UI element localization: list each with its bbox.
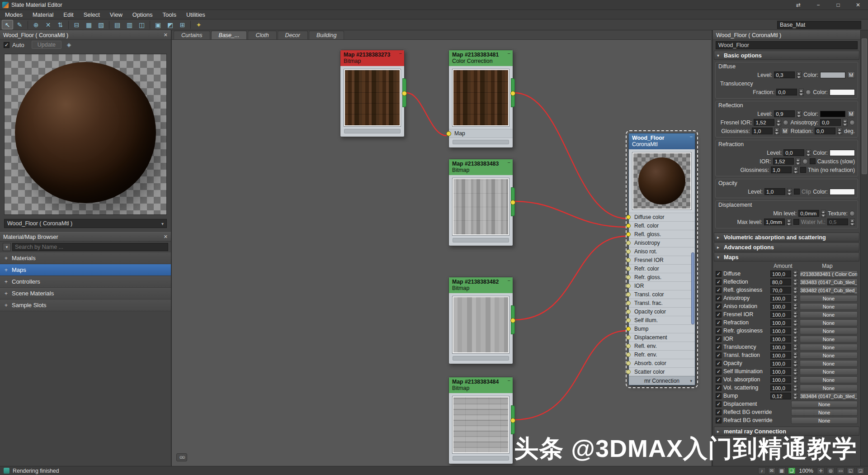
delete-selected-icon[interactable]: ✕ bbox=[42, 20, 54, 29]
map-node-n2[interactable]: Map #2138383481Color Correction−Map bbox=[448, 50, 513, 148]
checkbox[interactable]: ✓ bbox=[716, 377, 722, 383]
browser-item-maps[interactable]: +Maps bbox=[0, 264, 171, 276]
minimize-button[interactable]: − bbox=[808, 0, 828, 10]
checkbox[interactable]: ✓ bbox=[716, 279, 722, 285]
spinner-down-icon[interactable] bbox=[793, 298, 798, 302]
layout-children-icon[interactable]: ▥ bbox=[124, 20, 135, 29]
amount-field[interactable]: 100,0 bbox=[770, 311, 791, 318]
spinner-down-icon[interactable] bbox=[774, 131, 779, 135]
zoom-extents-icon[interactable]: ◱ bbox=[847, 467, 854, 474]
input-socket[interactable] bbox=[626, 266, 631, 271]
rollout-volumetric-absorption-and-scattering[interactable]: ▸Volumetric absorption and scattering bbox=[714, 233, 859, 242]
tab-cloth[interactable]: Cloth bbox=[248, 31, 276, 39]
slot-refr-env[interactable]: Refr. env. bbox=[629, 350, 695, 359]
spinner[interactable] bbox=[797, 110, 802, 118]
put-material-to-scene-icon[interactable]: ⊕ bbox=[30, 20, 42, 29]
color-swatch[interactable] bbox=[830, 89, 855, 95]
checkbox[interactable]: ✓ bbox=[716, 304, 722, 309]
spinner-down-icon[interactable] bbox=[821, 214, 826, 217]
select-tool-icon[interactable]: ↖ bbox=[2, 20, 13, 29]
spinner-down-icon[interactable] bbox=[793, 290, 798, 294]
checkbox[interactable] bbox=[794, 189, 800, 195]
spinner-down-icon[interactable] bbox=[793, 347, 798, 351]
value-field[interactable]: 0,0 bbox=[815, 128, 835, 134]
minimize-icon[interactable]: − bbox=[399, 51, 402, 56]
spinner[interactable] bbox=[774, 128, 779, 135]
spinner-down-icon[interactable] bbox=[793, 339, 798, 342]
spinner[interactable] bbox=[793, 384, 798, 391]
input-socket[interactable] bbox=[626, 344, 631, 348]
spinner[interactable] bbox=[793, 352, 798, 359]
spinner-up-icon[interactable] bbox=[787, 188, 792, 192]
slot-self-illum[interactable]: Self illum. bbox=[629, 316, 695, 324]
amount-field[interactable]: 100,0 bbox=[770, 376, 791, 383]
hide-unused-nodeslots-icon[interactable]: ⊟ bbox=[71, 20, 82, 29]
spinner[interactable] bbox=[787, 218, 792, 226]
map-button[interactable]: None bbox=[800, 336, 858, 342]
map-node-n4[interactable]: Map #2138383482Bitmap− bbox=[448, 277, 513, 364]
minimize-icon[interactable]: − bbox=[508, 278, 510, 283]
checkbox[interactable] bbox=[810, 158, 816, 164]
slot-refl-gloss[interactable]: Refl. gloss. bbox=[629, 230, 695, 238]
spinner-up-icon[interactable] bbox=[774, 128, 779, 131]
spinner-down-icon[interactable] bbox=[793, 323, 798, 326]
rollout-advanced-options[interactable]: ▸Advanced options bbox=[714, 242, 859, 252]
spinner-down-icon[interactable] bbox=[797, 75, 802, 79]
spinner-down-icon[interactable] bbox=[799, 92, 804, 96]
checkbox[interactable]: ✓ bbox=[716, 418, 722, 423]
map-shortcut-button[interactable]: M bbox=[781, 128, 789, 134]
spinner-down-icon[interactable] bbox=[850, 222, 855, 226]
spinner-down-icon[interactable] bbox=[806, 153, 811, 157]
browser-options-button[interactable]: ▾ bbox=[3, 243, 11, 251]
node-scrollbar[interactable] bbox=[691, 252, 694, 324]
spinner-up-icon[interactable] bbox=[806, 149, 811, 153]
checkbox[interactable]: ✓ bbox=[716, 320, 722, 326]
input-socket[interactable] bbox=[626, 370, 631, 374]
spinner-down-icon[interactable] bbox=[796, 162, 801, 165]
amount-field[interactable]: 0,12 bbox=[770, 393, 791, 399]
spinner-down-icon[interactable] bbox=[793, 355, 798, 359]
tab-decor[interactable]: Decor bbox=[278, 31, 308, 39]
input-socket[interactable] bbox=[626, 352, 631, 357]
amount-field[interactable]: 100,0 bbox=[770, 344, 791, 351]
input-socket[interactable] bbox=[626, 232, 631, 237]
input-socket[interactable] bbox=[626, 241, 631, 245]
map-button[interactable]: None bbox=[800, 328, 858, 334]
spinner-up-icon[interactable] bbox=[796, 158, 801, 162]
expander-icon[interactable]: + bbox=[4, 302, 9, 309]
slot-refl-env[interactable]: Refl. env. bbox=[629, 342, 695, 350]
zoom-extents-selected-icon[interactable]: ◲ bbox=[857, 467, 864, 474]
value-field[interactable]: 1,0 bbox=[771, 166, 792, 173]
spinner-up-icon[interactable] bbox=[793, 376, 798, 380]
spinner[interactable] bbox=[793, 270, 798, 277]
spinner[interactable] bbox=[796, 158, 801, 165]
tab-building[interactable]: Building bbox=[309, 31, 344, 39]
spinner-down-icon[interactable] bbox=[793, 363, 798, 367]
minimize-icon[interactable]: − bbox=[508, 378, 510, 383]
spinner-down-icon[interactable] bbox=[837, 131, 842, 135]
spinner[interactable] bbox=[799, 89, 804, 96]
checkbox[interactable]: ✓ bbox=[716, 352, 722, 358]
spinner[interactable] bbox=[793, 319, 798, 326]
checkbox[interactable] bbox=[800, 167, 806, 173]
input-socket[interactable] bbox=[626, 335, 631, 340]
material-map-browser-icon[interactable]: ◫ bbox=[136, 20, 147, 29]
map-button[interactable]: 383482 (0147_Cub_tiled_001_R bbox=[800, 287, 858, 294]
amount-field[interactable]: 100,0 bbox=[770, 352, 791, 359]
amount-field[interactable]: 100,0 bbox=[770, 319, 791, 326]
search-input[interactable] bbox=[12, 243, 168, 251]
expander-icon[interactable]: + bbox=[4, 267, 9, 273]
value-field[interactable]: 0,0 bbox=[776, 89, 797, 95]
spinner-down-icon[interactable] bbox=[793, 282, 798, 285]
slot-bump[interactable]: Bump bbox=[629, 324, 695, 333]
map-button[interactable]: #2138383481 ( Color Correctio bbox=[800, 271, 858, 277]
spinner-down-icon[interactable] bbox=[787, 222, 792, 226]
spinner[interactable] bbox=[821, 210, 826, 217]
slot-refr-gloss[interactable]: Refr. gloss. bbox=[629, 273, 695, 281]
spinner-up-icon[interactable] bbox=[793, 352, 798, 355]
spinner-up-icon[interactable] bbox=[776, 119, 781, 123]
spinner[interactable] bbox=[793, 311, 798, 318]
checkbox[interactable]: ✓ bbox=[716, 401, 722, 407]
render-map-icon[interactable]: ✦ bbox=[193, 20, 204, 29]
spinner-down-icon[interactable] bbox=[843, 123, 848, 126]
